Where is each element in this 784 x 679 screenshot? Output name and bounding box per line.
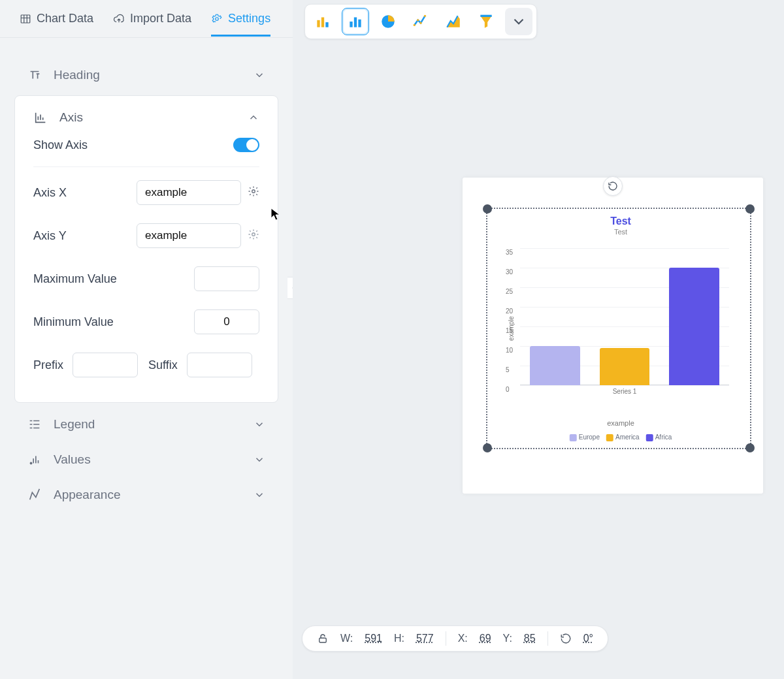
canvas[interactable]: Test Test example 05101520253035Series 1… [293, 0, 784, 679]
axis-x-label: Axis X [33, 186, 118, 200]
section-axis[interactable]: Axis [33, 110, 259, 129]
resize-handle-br[interactable] [745, 443, 755, 452]
max-value-input[interactable] [194, 266, 259, 291]
legend-item-america: America [606, 434, 640, 441]
section-appearance-label: Appearance [54, 488, 120, 502]
row-max-value: Maximum Value [33, 257, 259, 300]
min-value-label: Minimum Value [33, 315, 164, 329]
status-bar: W: 591 H: 577 X: 69 Y: 85 0° [302, 625, 608, 652]
chart-type-area[interactable] [440, 8, 467, 35]
axis-y-settings-icon[interactable] [248, 229, 259, 243]
section-appearance[interactable]: Appearance [14, 477, 278, 513]
suffix-label: Suffix [148, 358, 178, 372]
status-x-label: X: [458, 633, 468, 644]
show-axis-toggle[interactable] [233, 138, 259, 152]
chart-type-toolbar [304, 4, 537, 39]
bar-grouped-icon [314, 13, 331, 30]
section-values[interactable]: Values [14, 442, 278, 477]
plot-area: 05101520253035Series 1 [520, 248, 729, 385]
y-tick: 15 [506, 327, 513, 334]
show-axis-label: Show Axis [33, 138, 118, 152]
min-value-input[interactable] [194, 309, 259, 334]
values-icon [27, 452, 42, 467]
chevron-down-icon [253, 454, 265, 466]
chart-type-line[interactable] [407, 8, 434, 35]
status-rot-value[interactable]: 0° [583, 633, 593, 644]
section-legend[interactable]: Legend [14, 407, 278, 442]
axis-x-settings-icon[interactable] [248, 185, 259, 200]
chart-object[interactable]: Test Test example 05101520253035Series 1… [463, 178, 763, 494]
legend-swatch [646, 434, 653, 441]
svg-point-12 [414, 24, 416, 26]
y-tick: 0 [506, 386, 510, 393]
chart-type-funnel[interactable] [472, 8, 500, 35]
row-prefix-suffix: Prefix Suffix [33, 343, 259, 387]
status-y-value[interactable]: 85 [524, 633, 536, 644]
section-axis-label: Axis [59, 110, 83, 125]
resize-handle-bl[interactable] [483, 443, 492, 452]
tab-settings-label: Settings [228, 12, 270, 25]
tab-settings[interactable]: Settings [211, 12, 270, 37]
status-y-label: Y: [503, 633, 512, 644]
status-w-value[interactable]: 591 [365, 633, 382, 644]
status-x-value[interactable]: 69 [480, 633, 491, 644]
svg-rect-0 [21, 15, 30, 23]
chart-content: Test Test example 05101520253035Series 1… [498, 215, 743, 441]
svg-rect-10 [358, 20, 361, 27]
svg-rect-8 [350, 22, 352, 27]
svg-rect-7 [325, 22, 328, 27]
chart-type-more[interactable] [505, 8, 532, 35]
section-values-label: Values [54, 452, 91, 467]
axis-x-input[interactable] [137, 180, 241, 205]
legend-icon [27, 417, 42, 432]
chart-type-bar[interactable] [342, 8, 369, 35]
row-axis-x: Axis X [33, 171, 259, 214]
sidebar-tabs: Chart Data Import Data Settings [0, 0, 293, 38]
gear-icon [211, 13, 223, 25]
bar-america [600, 348, 650, 385]
text-icon [27, 68, 42, 82]
y-tick: 25 [506, 288, 513, 295]
y-tick: 35 [506, 249, 513, 256]
axis-y-label: Axis Y [33, 229, 118, 243]
resize-handle-tl[interactable] [483, 204, 492, 213]
axis-y-input[interactable] [137, 223, 241, 248]
lock-icon[interactable] [317, 633, 329, 644]
suffix-input[interactable] [187, 353, 252, 377]
tab-chart-data[interactable]: Chart Data [20, 12, 93, 37]
y-tick: 5 [506, 366, 510, 373]
chevron-down-icon [253, 418, 265, 430]
table-icon [20, 13, 31, 25]
settings-sections: Heading Axis Show Axis Axis X [0, 38, 293, 532]
row-axis-y: Axis Y [33, 214, 259, 257]
resize-handle-tr[interactable] [745, 204, 755, 213]
section-heading[interactable]: Heading [14, 57, 278, 93]
pie-icon [380, 13, 397, 30]
svg-rect-5 [317, 20, 319, 27]
legend-item-europe: Europe [570, 434, 600, 441]
y-tick: 30 [506, 268, 513, 276]
rotate-icon [608, 181, 618, 191]
tab-chart-data-label: Chart Data [37, 12, 93, 25]
x-axis-label: example [607, 419, 634, 427]
y-tick: 10 [506, 347, 513, 354]
tab-import-data[interactable]: Import Data [113, 12, 191, 37]
svg-point-2 [252, 190, 255, 193]
bar-icon [347, 13, 364, 30]
prefix-label: Prefix [33, 358, 63, 372]
status-h-value[interactable]: 577 [416, 633, 434, 644]
rotate-status-icon[interactable] [560, 633, 572, 644]
cloud-upload-icon [113, 13, 125, 25]
settings-sidebar: Chart Data Import Data Settings Heading … [0, 0, 293, 679]
svg-point-1 [216, 17, 219, 20]
prefix-input[interactable] [73, 353, 138, 377]
legend-swatch [570, 434, 577, 441]
chart-type-pie[interactable] [374, 8, 402, 35]
appearance-icon [27, 488, 42, 502]
status-h-label: H: [394, 633, 404, 644]
section-axis-panel: Axis Show Axis Axis X Axis Y [14, 95, 278, 403]
rotate-handle[interactable] [603, 176, 623, 196]
chart-type-bar-grouped[interactable] [309, 8, 336, 35]
chevron-down-icon [253, 489, 265, 501]
svg-point-14 [419, 22, 421, 24]
